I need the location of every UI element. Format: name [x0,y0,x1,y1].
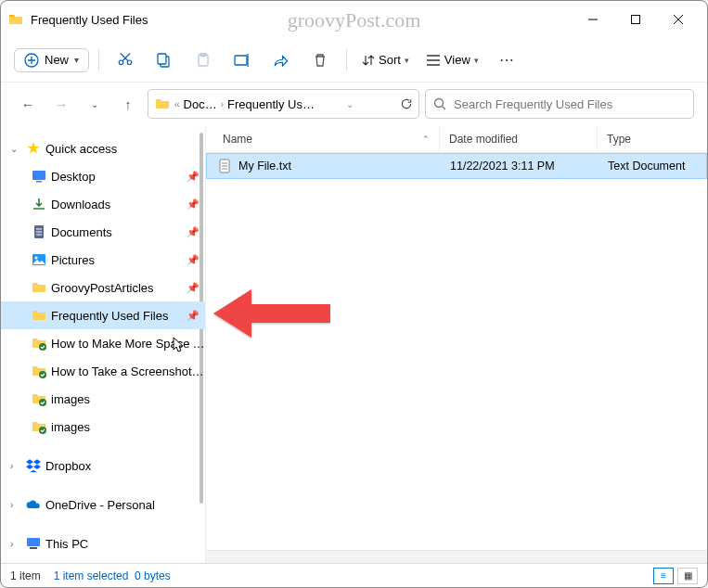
pin-icon[interactable]: 📌 [187,282,200,294]
chevron-down-icon[interactable]: ⌄ [346,99,354,109]
sidebar-item-screenshot[interactable]: How to Take a Screenshot on [1,357,205,385]
svg-point-26 [39,343,46,351]
nav-label: images [51,392,205,406]
pin-icon[interactable]: 📌 [187,254,200,266]
nav-label: Pictures [51,253,183,267]
status-count: 1 item [10,569,41,582]
view-label: View [444,53,470,67]
chevron-right-icon[interactable]: › [10,461,21,471]
desktop-icon [31,168,47,185]
new-label: New [45,53,69,67]
maximize-button[interactable] [614,5,657,34]
folder-icon [31,279,47,296]
col-date-label: Date modified [449,133,518,146]
nav-label: How to Take a Screenshot on [51,364,205,378]
folder-sync-icon [31,390,47,407]
address-bar[interactable]: « Doc… › Frequently Us… ⌄ [148,89,419,119]
search-box[interactable]: Search Frequently Used Files [425,89,694,119]
star-icon [25,140,42,157]
sidebar-item-images-1[interactable]: images [1,385,205,413]
thumbnails-view-button[interactable]: ▦ [677,568,698,584]
svg-point-16 [435,99,444,108]
nav-label: Dropbox [45,459,205,473]
svg-rect-8 [158,54,166,64]
more-button[interactable]: ⋯ [490,44,523,77]
folder-sync-icon [31,363,47,379]
search-icon [433,97,446,110]
new-button[interactable]: New ▾ [14,48,89,72]
paste-button[interactable] [187,44,220,77]
rename-button[interactable] [225,44,259,77]
sort-button[interactable]: Sort ▾ [356,49,415,70]
details-view-button[interactable]: ≡ [653,568,674,584]
textfile-icon [216,158,233,174]
col-type[interactable]: Type [598,125,707,152]
nav-label: Desktop [51,170,183,184]
file-type: Text Document [599,160,706,173]
sidebar-item-documents[interactable]: Documents 📌 [1,218,205,246]
quick-access[interactable]: ⌄ Quick access [1,134,205,162]
chevron-down-icon[interactable]: ⌄ [10,144,21,154]
pin-icon[interactable]: 📌 [187,310,200,322]
sidebar-item-thispc[interactable]: › This PC [1,530,205,557]
sidebar-item-images-2[interactable]: images [1,413,205,441]
svg-rect-1 [632,16,640,24]
nav-label: This PC [45,537,205,551]
download-icon [31,196,47,212]
pin-icon[interactable]: 📌 [187,171,200,183]
pin-icon[interactable]: 📌 [187,198,200,211]
window-title: Frequently Used Files [31,13,148,27]
sidebar-item-onedrive[interactable]: › OneDrive - Personal [1,491,205,518]
sidebar-item-desktop[interactable]: Desktop 📌 [1,162,205,190]
nav-label: How to Make More Space Av [51,337,205,351]
file-row[interactable]: My File.txt 11/22/2021 3:11 PM Text Docu… [206,153,707,179]
folder-icon [8,12,23,27]
history-chevron-icon[interactable]: « [174,99,180,109]
svg-rect-19 [36,181,42,183]
chevron-down-icon: ▾ [74,55,79,65]
chevron-right-icon[interactable]: › [10,500,21,510]
breadcrumb-seg-2[interactable]: Frequently Us… [227,97,315,111]
svg-point-29 [39,427,46,434]
forward-button[interactable]: → [47,90,75,118]
nav-label: images [51,420,205,434]
up-button[interactable]: ↑ [114,90,142,118]
column-headers: Name ⌃ Date modified Type [206,125,707,153]
minimize-button[interactable] [572,5,614,34]
view-button[interactable]: View ▾ [420,49,484,70]
col-date[interactable]: Date modified [440,125,598,152]
sidebar-item-frequently-used[interactable]: Frequently Used Files 📌 [1,301,205,329]
sidebar-item-space[interactable]: How to Make More Space Av [1,329,205,357]
refresh-button[interactable] [400,97,413,110]
back-button[interactable]: ← [14,90,42,118]
sidebar-item-groovy[interactable]: GroovyPostArticles 📌 [1,274,205,301]
sort-asc-icon: ⌃ [422,134,430,144]
breadcrumb-seg-1[interactable]: Doc… [184,97,217,111]
svg-point-25 [35,257,38,260]
titlebar: Frequently Used Files groovyPost.com [1,1,707,38]
nav-pane[interactable]: ⌄ Quick access Desktop 📌 Downloads 📌 Doc… [1,125,205,563]
close-button[interactable] [657,5,700,34]
explorer-window: Frequently Used Files groovyPost.com New… [0,0,708,588]
horizontal-scrollbar[interactable] [206,550,707,563]
sidebar-item-downloads[interactable]: Downloads 📌 [1,190,205,218]
share-button[interactable] [264,44,298,77]
chevron-right-icon[interactable]: › [10,539,21,549]
svg-line-17 [443,107,446,110]
pin-icon[interactable]: 📌 [187,226,200,238]
cut-button[interactable] [109,44,142,77]
svg-rect-31 [30,547,37,549]
status-bar: 1 item 1 item selected 0 bytes ≡ ▦ [1,563,707,587]
copy-button[interactable] [148,44,181,77]
separator [98,49,99,71]
recent-dropdown[interactable]: ⌄ [81,90,109,118]
file-list[interactable]: Name ⌃ Date modified Type My File.txt 11… [205,125,707,563]
delete-button[interactable] [303,44,337,77]
sidebar-item-pictures[interactable]: Pictures 📌 [1,246,205,274]
folder-sync-icon [31,335,47,352]
sidebar-item-dropbox[interactable]: › Dropbox [1,452,205,479]
col-name[interactable]: Name ⌃ [206,125,440,152]
sort-icon [362,54,375,67]
status-selected: 1 item selected [54,569,129,582]
folder-icon [154,96,171,112]
